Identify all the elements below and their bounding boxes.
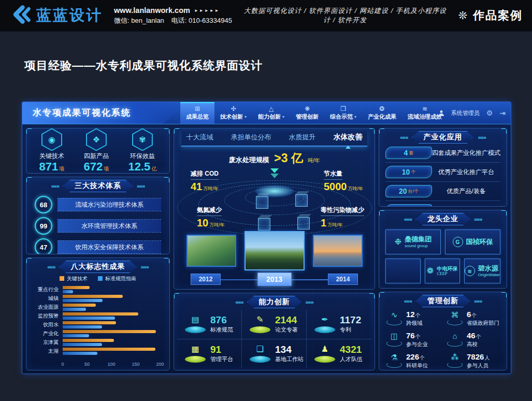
headline-metric: 废水处理规模 >3 亿 吨/年 [177, 150, 371, 166]
nav-item-industrialization[interactable]: ❂ 产业化成果 [362, 102, 402, 124]
nav-item-overview[interactable]: ⊞ 成果总览 [180, 102, 214, 124]
nav-label: 流域治理成效 [408, 113, 442, 121]
cases-link[interactable]: ❊ 作品案例 [458, 8, 523, 23]
lanlan-logo-icon [9, 5, 32, 26]
axis-tick: 150 [132, 362, 139, 367]
nav-item-demonstration[interactable]: ❐ 综合示范▾ [324, 102, 362, 124]
spiral-icon: ❉ [395, 238, 401, 246]
stat-env-benefit: ✾ 环保效益 12.5亿 [128, 128, 157, 173]
year-2012[interactable]: 2012 [191, 274, 221, 285]
logout-icon[interactable]: ⇥ [499, 109, 506, 117]
achievements-title: 八大标志性成果 [59, 261, 137, 273]
dashboard: 水专项成果可视化系统 ⊞ 成果总览 ✣ 技术创新▾ △ 能力创新▾ ❋ 管理创新 [22, 102, 511, 374]
tab-water-quality[interactable]: 水质提升 [289, 133, 316, 142]
photo-2012[interactable] [186, 235, 236, 267]
data-cube [258, 218, 270, 231]
blue-swatch [98, 276, 103, 281]
demo-icon: ❐ [340, 106, 346, 112]
metric-unit: 万吨/年 [348, 186, 363, 191]
phone: 电话: 010-63334945 [171, 17, 232, 24]
cap-label: 管理平台 [210, 355, 233, 363]
tab-unit-distribution[interactable]: 承担单位分布 [231, 133, 271, 142]
data-cube [256, 196, 268, 209]
logo-guozhen[interactable]: G 国祯环保 [445, 230, 500, 254]
tech-system-label[interactable]: 饮用水安全保障技术体系 [57, 240, 161, 254]
bar-standards [63, 343, 102, 346]
tab-water-improvement[interactable]: 水体改善 [334, 133, 363, 142]
logo-originwater[interactable]: ≋ 碧水源OriginWater [464, 259, 500, 283]
bar-key-tech [63, 348, 155, 351]
bar-standards [63, 290, 73, 293]
section-title: ««« 八大标志性成果 »»» [30, 261, 166, 273]
cap-value: 1172 [340, 315, 361, 326]
metric-value: 10 [197, 217, 208, 228]
chart-row: 重点行业 [32, 286, 160, 293]
logo-row: ❉ 桑德集团sound group G 国祯环保 [385, 230, 500, 254]
tech-icon: ✣ [231, 106, 236, 112]
center-tabs: 十大流域 承担单位分布 水质提升 水体改善 [181, 131, 367, 147]
stat-unit: 亿 [151, 166, 156, 171]
key-stats-panel: ◉ 关键技术 871项 ❖ 四新产品 672项 ✾ 环保效益 12.5亿 [26, 128, 170, 174]
gear-icon[interactable]: ⚙ [486, 109, 493, 117]
photo-2013[interactable] [245, 231, 305, 270]
patent-icon: ✒ [321, 314, 328, 324]
industrial-row: 100项 优秀示范推广工程 [385, 204, 500, 207]
chart-row: 京津冀 [32, 339, 160, 346]
cap-standards: ▤ 876标准规范 [177, 310, 242, 339]
logo-row: ❁ 中电环保CEEP ≋ 碧水源OriginWater [385, 259, 500, 283]
bar-standards [63, 352, 97, 355]
cap-label: 论文专著 [275, 326, 298, 334]
logo-sound-group[interactable]: ❉ 桑德集团sound group [385, 230, 441, 254]
waves-icon: ≋ [465, 266, 475, 276]
logo-empty[interactable] [385, 259, 421, 283]
cap-value: 134 [275, 345, 304, 355]
school-icon: ⌂ [452, 332, 457, 340]
logo-ceep[interactable]: ❁ 中电环保CEEP [425, 259, 460, 283]
count-circle: 68 [35, 196, 52, 213]
axis-tick: 0 [61, 362, 64, 367]
stat-label: 关键技术 [39, 152, 65, 161]
people-icon: ♟ [321, 344, 328, 354]
mgmt-enterprises: ◫ 76个参与企业 [382, 330, 443, 349]
metric-ammonia: 氨氮减少 10万吨/年 [197, 205, 225, 229]
right-deco: »»» [474, 298, 482, 304]
metric-unit: 万吨/年 [209, 222, 225, 227]
tech-system-label[interactable]: 水环境管理技术体系 [57, 219, 161, 233]
chevron-down-icon: ▾ [245, 114, 247, 119]
mgmt-research-units: ⚗ 226个科研单位 [382, 351, 443, 370]
cases-label: 作品案例 [473, 8, 523, 23]
chart-row: 城镇 [32, 295, 160, 302]
section-title: ««« 管理创新 »»» [382, 295, 504, 307]
nav-label: 综合示范 [330, 113, 353, 121]
user-area: 系统管理员 ⚙ ⇥ [438, 102, 506, 124]
website-url[interactable]: www.lanlanwork.com►►►►► [114, 5, 232, 16]
orange-swatch [60, 276, 64, 281]
contact-info: www.lanlanwork.com►►►►► 微信: ben_lanlan电话… [114, 5, 232, 26]
metric-value: 1 [321, 217, 326, 228]
year-2013[interactable]: 2013 [257, 273, 292, 286]
nav-item-tech-innovation[interactable]: ✣ 技术创新▾ [214, 102, 252, 124]
headline-value: >3 亿 [274, 151, 303, 165]
chart-category-label: 京津冀 [32, 339, 63, 346]
metric-water-saving: 节水量 5000万吨/年 [324, 168, 363, 193]
building-icon: ◫ [391, 332, 398, 341]
industrialization-title: 产业化应用 [412, 131, 475, 144]
right-deco: »»» [137, 183, 145, 189]
tech-systems-title: 三大技术体系 [63, 180, 133, 192]
chart-row: 太湖 [32, 348, 160, 355]
tab-ten-basins[interactable]: 十大流域 [186, 133, 213, 142]
wechat: 微信: ben_lanlan [114, 17, 164, 24]
user-name[interactable]: 系统管理员 [451, 109, 480, 117]
photo-2014[interactable] [313, 235, 363, 267]
year-2014[interactable]: 2014 [328, 274, 358, 285]
tech-system-label[interactable]: 流域水污染治理技术体系 [57, 198, 161, 211]
nav-item-capability-innovation[interactable]: △ 能力创新▾ [252, 102, 290, 124]
logo[interactable]: 蓝蓝设计 [9, 5, 103, 26]
capability-innovation-panel: ««« 能力创新 »»» ▤ 876标准规范 ✎ 2144论文专著 [174, 293, 375, 370]
nav-item-management-innovation[interactable]: ❋ 管理创新 [290, 102, 324, 124]
benefit-icon: ✾ [133, 129, 152, 150]
g-circle-icon: G [453, 237, 463, 247]
industrial-label: 优秀示范推广工程 [432, 206, 500, 207]
chart-category-label: 太湖 [32, 348, 63, 355]
metric-label: 减排 COD [191, 169, 219, 180]
